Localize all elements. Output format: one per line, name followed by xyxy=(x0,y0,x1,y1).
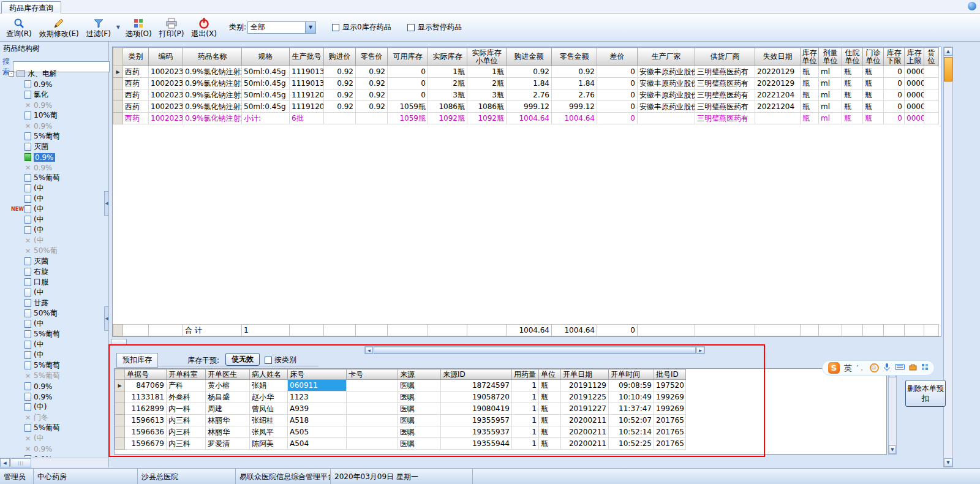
cell[interactable]: 20191129 xyxy=(561,380,609,391)
cell[interactable]: 瓶 xyxy=(539,415,561,426)
cell[interactable]: 医嘱 xyxy=(398,391,441,403)
cell[interactable]: 0 xyxy=(884,113,905,124)
cell[interactable]: 瓶 xyxy=(539,426,561,438)
cell[interactable]: 瓶 xyxy=(801,66,819,78)
cell[interactable]: 2.76 xyxy=(507,89,552,101)
cell[interactable]: 罗爱清 xyxy=(206,438,250,450)
column-header[interactable]: 可用库存 xyxy=(388,48,428,66)
cell[interactable]: 0 xyxy=(884,66,905,78)
cell[interactable]: ml xyxy=(819,66,842,78)
cell[interactable] xyxy=(290,325,324,336)
tree-item[interactable]: 0.9% xyxy=(7,391,108,402)
column-header[interactable]: 购进金额 xyxy=(507,48,552,66)
cell[interactable]: 0000 xyxy=(905,78,924,89)
cell[interactable] xyxy=(924,325,939,336)
cell[interactable]: 三明璧燕医药有 xyxy=(695,66,755,78)
checkbox-icon[interactable] xyxy=(265,357,272,364)
cell[interactable]: 1.84 xyxy=(507,78,552,89)
table-row[interactable]: 1133181外叁科杨昌盛赵小华1123医嘱190587201瓶20191225… xyxy=(115,391,686,403)
cell[interactable]: 0 xyxy=(388,89,428,101)
cell[interactable]: 19058720 xyxy=(441,391,512,403)
cell[interactable] xyxy=(638,113,695,124)
cell[interactable]: 201765 xyxy=(654,415,686,426)
cell[interactable]: 0.9%氯化钠注射液 xyxy=(183,78,242,89)
cell[interactable]: 0 xyxy=(884,78,905,89)
cell[interactable] xyxy=(347,391,398,403)
column-header[interactable]: 实际库存 xyxy=(428,48,467,66)
tree-item[interactable]: 右旋 xyxy=(7,267,108,277)
cell[interactable]: 50ml:0.45g xyxy=(242,101,290,113)
column-header[interactable]: 药品名称 xyxy=(183,48,242,66)
grand-total-row[interactable]: 合 计11004.641004.640 xyxy=(113,325,939,336)
cell[interactable]: 张凤平 xyxy=(250,426,288,438)
collapse-splitter-button[interactable]: ◀ xyxy=(104,191,109,216)
table-row[interactable]: 1162899内一科周建曾凤仙A939医嘱190804191瓶201912271… xyxy=(115,403,686,415)
column-header[interactable]: 库存上限 xyxy=(905,48,924,66)
cell[interactable]: 19080419 xyxy=(441,403,512,415)
column-header[interactable]: 单位 xyxy=(539,369,561,380)
cell[interactable]: ml xyxy=(819,113,842,124)
cell[interactable]: 0000 xyxy=(905,66,924,78)
cell[interactable]: 安徽丰原药业股份 xyxy=(638,101,695,113)
cell[interactable] xyxy=(388,325,428,336)
toolbox-icon[interactable] xyxy=(909,363,917,372)
tree-item[interactable]: (中 xyxy=(7,339,108,350)
tree-item[interactable]: 0.9% xyxy=(7,152,108,162)
cell[interactable]: 1002023 xyxy=(149,89,183,101)
cell[interactable]: 林丽华 xyxy=(206,415,250,426)
cell[interactable]: 50ml:0.45g xyxy=(242,78,290,89)
cell[interactable]: 0000 xyxy=(905,89,924,101)
tree-item[interactable]: (中) xyxy=(7,402,108,412)
column-header[interactable]: 差价 xyxy=(597,48,638,66)
cell[interactable]: 50ml:0.45g xyxy=(242,89,290,101)
cell[interactable]: ml xyxy=(819,78,842,89)
cell[interactable]: 0 xyxy=(597,113,638,124)
cell[interactable]: 20221204 xyxy=(755,101,801,113)
scrollbar-thumb[interactable]: ||| xyxy=(10,458,31,467)
cell[interactable]: 0000 xyxy=(905,101,924,113)
tree-item[interactable]: 50%葡 xyxy=(7,308,108,319)
cell[interactable]: 内三科 xyxy=(167,426,206,438)
cell[interactable]: 2瓶 xyxy=(428,78,467,89)
column-header[interactable]: 单据号 xyxy=(125,369,167,380)
cell[interactable]: 1 xyxy=(512,403,539,415)
by-category-checkbox[interactable]: 按类别 xyxy=(265,355,296,365)
tree-item[interactable]: (中 xyxy=(7,287,108,298)
cell[interactable]: 1059瓶 xyxy=(388,101,428,113)
cell[interactable]: 0.9%氯化钠注射液 xyxy=(183,113,242,124)
cell[interactable]: 20200211 xyxy=(561,438,609,450)
cell[interactable]: ml xyxy=(819,89,842,101)
cell[interactable]: 1 xyxy=(512,380,539,391)
cell[interactable]: 11:37:47 xyxy=(609,403,654,415)
tab-prehold-stock[interactable]: 预扣库存 xyxy=(116,353,158,368)
tree-item[interactable]: 0.9% xyxy=(7,454,108,457)
cell[interactable]: 安徽丰原药业股份 xyxy=(638,89,695,101)
column-header[interactable]: 卡号 xyxy=(347,369,398,380)
cell[interactable] xyxy=(467,325,507,336)
tree-item[interactable]: (中 xyxy=(7,319,108,329)
cell[interactable]: 1002023 xyxy=(149,78,183,89)
cell[interactable]: 19355957 xyxy=(441,415,512,426)
cell[interactable]: 1596636 xyxy=(125,426,167,438)
column-header[interactable]: 生产批号 xyxy=(290,48,324,66)
show-paused-checkbox[interactable]: 显示暂停药品 xyxy=(407,22,462,32)
cell[interactable]: 瓶 xyxy=(863,66,884,78)
cell[interactable]: 瓶 xyxy=(801,89,819,101)
scroll-down-icon[interactable]: ▼ xyxy=(889,445,896,454)
cell[interactable]: 医嘱 xyxy=(398,380,441,391)
cell[interactable]: 19355944 xyxy=(441,438,512,450)
cell[interactable]: 0 xyxy=(388,66,428,78)
tree-item[interactable]: 5%葡萄 xyxy=(7,423,108,433)
tree-item[interactable]: 0.9% xyxy=(7,381,108,391)
cell[interactable]: 西药 xyxy=(123,66,149,78)
cell[interactable]: 瓶 xyxy=(863,89,884,101)
tree-item[interactable]: 灭菌 xyxy=(7,142,108,152)
column-header[interactable]: 失效日期 xyxy=(755,48,801,66)
cell[interactable]: 20221204 xyxy=(755,89,801,101)
cell[interactable]: 1162899 xyxy=(125,403,167,415)
cell[interactable]: 20191225 xyxy=(561,391,609,403)
cell[interactable]: 西药 xyxy=(123,101,149,113)
cell[interactable]: 1002023 xyxy=(149,66,183,78)
cell[interactable] xyxy=(924,66,939,78)
table-row[interactable]: ▶西药10020230.9%氯化钠注射液50ml:0.45g111901300.… xyxy=(113,66,939,78)
